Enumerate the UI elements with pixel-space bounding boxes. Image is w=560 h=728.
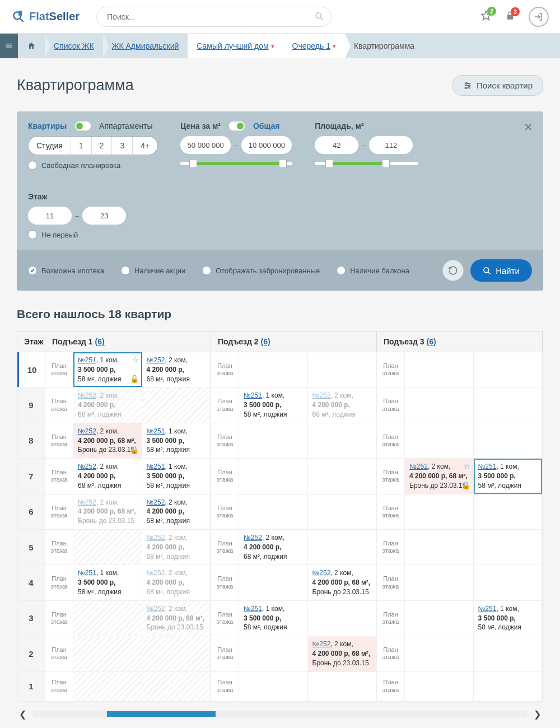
bc-house[interactable]: Самый лучший дом▾ [188,34,283,58]
menu-toggle-icon[interactable] [0,34,18,58]
floor-plan-link[interactable]: План этажа [45,530,73,564]
flat-cell[interactable]: №251, 1 ком,3 500 000 р,58 м², лоджия [239,388,308,422]
floor-plan-link[interactable]: План этажа [377,530,405,564]
filter-toggle-button[interactable]: Поиск квартир [452,75,543,96]
price-from-input[interactable] [180,136,231,154]
price-slider[interactable] [180,162,292,165]
flat-cell[interactable]: №252, 2 ком,4 200 000 р,68 м², лоджия [73,459,142,493]
floor-plan-link[interactable]: План этажа [45,388,73,422]
floor-plan-link[interactable]: План этажа [211,530,239,564]
type-tab-apart[interactable]: Аппартаменты [99,122,152,130]
scroll-left-icon[interactable]: ❮ [17,707,29,722]
floor-plan-link[interactable]: План этажа [45,352,73,387]
flat-cell[interactable]: №252, 2 ком,4 200 000 р,68 м², лоджия [142,530,211,564]
search-icon[interactable] [315,12,324,22]
type-toggle[interactable] [75,122,91,130]
floor-plan-link[interactable]: План этажа [377,565,405,600]
floor-plan-link[interactable]: План этажа [211,565,239,600]
floor-plan-link[interactable]: План этажа [45,423,73,458]
floor-plan-link[interactable]: План этажа [45,601,73,636]
find-button[interactable]: Найти [470,259,532,282]
area-slider[interactable] [315,162,418,165]
floor-plan-link[interactable]: План этажа [45,672,73,701]
floor-plan-link[interactable]: План этажа [45,636,73,671]
price-to-input[interactable] [241,136,292,154]
not-first-check[interactable]: Не первый [28,230,132,239]
floor-plan-link[interactable]: План этажа [211,494,239,529]
flat-cell[interactable]: №252, 2 ком,4 200 000 р, 68 м²,Бронь до … [73,423,142,458]
floor-plan-link[interactable]: План этажа [377,601,405,636]
bc-jk[interactable]: ЖК Адмиральский [103,34,188,58]
search-input[interactable] [96,7,332,27]
floor-to-input[interactable] [82,207,126,225]
area-from-input[interactable] [315,136,358,154]
area-to-input[interactable] [369,136,413,154]
lock-icon[interactable]: 🔒 [130,445,139,455]
star-icon[interactable]: ☆ [132,355,139,365]
flat-cell[interactable]: №252, 2 ком,4 200 000 р,68 м², лоджия [142,565,211,600]
flat-cell[interactable]: №252, 2 ком,4 200 000 р,68 м², лоджия [142,352,211,387]
floor-plan-link[interactable]: План этажа [377,459,405,493]
home-icon[interactable] [18,34,45,58]
flat-cell[interactable]: №252, 2 ком,4 200 000 р,68 м², лоджия [73,388,142,422]
flat-cell[interactable]: №251, 1 ком,3 500 000 р,58 м², лоджия [474,459,543,493]
show-reserved-check[interactable]: Отображать забронированные [202,266,320,275]
room-tab-3[interactable]: 3 [112,137,133,155]
floor-plan-link[interactable]: План этажа [211,352,239,387]
promo-check[interactable]: Наличие акции [121,266,185,275]
flat-cell[interactable]: №252, 2 ком,4 200 000 р, 68 м²,Бронь до … [142,601,211,636]
flat-cell[interactable]: №251, 1 ком,3 500 000 р,58 м², лоджия [73,565,142,600]
flat-cell[interactable]: №252, 2 ком,4 200 000 р, 68 м²,Бронь до … [308,636,377,671]
floor-plan-link[interactable]: План этажа [377,494,405,529]
unlock-icon[interactable]: 🔓 [130,374,139,384]
floor-plan-link[interactable]: План этажа [211,388,239,422]
floor-plan-link[interactable]: План этажа [211,636,239,671]
price-toggle[interactable] [229,122,245,130]
scroll-track[interactable] [33,711,527,717]
balcony-check[interactable]: Наличие балкона [337,266,409,275]
floor-plan-link[interactable]: План этажа [377,672,405,701]
scroll-right-icon[interactable]: ❯ [531,707,543,722]
floor-plan-link[interactable]: План этажа [211,459,239,493]
flat-cell[interactable]: №251, 1 ком,3 500 000 р,58 м², лоджия [474,601,543,636]
floor-plan-link[interactable]: План этажа [45,459,73,493]
floor-plan-link[interactable]: План этажа [377,388,405,422]
reset-icon[interactable] [442,260,464,281]
flat-cell[interactable]: №251, 1 ком,3 500 000 р,58 м², лоджия [239,601,308,636]
flat-cell[interactable]: №252, 2 ком,4 200 000 р, 68 м²,Бронь до … [73,494,142,529]
flat-cell[interactable]: №251, 1 ком,3 500 000 р,58 м², лоджия☆🔓 [73,352,142,387]
locked-icon[interactable]: 3 [505,11,515,22]
type-tab-flats[interactable]: Квартиры [28,122,67,130]
section-head-3: Подъезд 3 (6) [377,332,543,352]
floor-plan-link[interactable]: План этажа [377,636,405,671]
floor-plan-link[interactable]: План этажа [45,494,73,529]
floor-plan-link[interactable]: План этажа [377,423,405,458]
floor-plan-link[interactable]: План этажа [377,352,405,387]
floor-plan-link[interactable]: План этажа [211,423,239,458]
flat-cell[interactable]: №252, 2 ком,4 200 000 р, 68 м²,Бронь до … [308,565,377,600]
close-icon[interactable]: ✕ [524,120,533,134]
floor-plan-link[interactable]: План этажа [211,601,239,636]
logo[interactable]: FlatSeller [11,10,80,24]
room-tab-4plus[interactable]: 4+ [133,137,157,155]
flat-cell[interactable]: №252, 2 ком,4 200 000 р,68 м², лоджия [308,388,377,422]
flat-cell[interactable]: №251, 1 ком,3 500 000 р,58 м², лоджия [142,459,211,493]
bc-list[interactable]: Список ЖК [45,34,103,58]
free-plan-check[interactable]: Свободная планировка [28,161,158,170]
login-icon[interactable] [529,7,549,27]
floor-plan-link[interactable]: План этажа [211,672,239,701]
flat-cell[interactable]: №252, 2 ком,4 200 000 р, 68 м²,Бронь до … [405,459,474,493]
room-tab-2[interactable]: 2 [92,137,113,155]
flat-cell[interactable]: №251, 1 ком,3 500 000 р,58 м², лоджия [142,423,211,458]
flat-cell[interactable]: №252, 2 ком,4 200 000 р,68 м², лоджия [239,530,308,564]
mortgage-check[interactable]: Возможна ипотека [28,266,104,275]
bc-queue[interactable]: Очередь 1▾ [283,34,345,58]
room-tab-1[interactable]: 1 [71,137,92,155]
favorites-icon[interactable]: 2 [480,10,492,23]
floor-plan-link[interactable]: План этажа [45,565,73,600]
star-icon[interactable]: ☆ [464,461,470,472]
floor-from-input[interactable] [28,207,72,225]
flat-cell[interactable]: №252, 2 ком,4 200 000 р,68 м², лоджия [142,494,211,529]
lock-icon[interactable]: 🔒 [461,480,470,491]
room-tab-studio[interactable]: Студия [29,137,71,155]
